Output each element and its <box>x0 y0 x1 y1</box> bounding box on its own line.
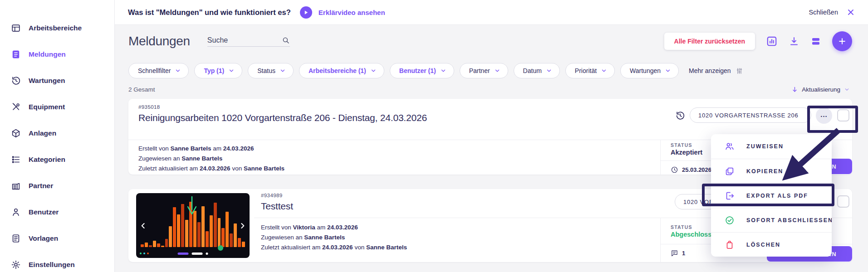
timeline-specks <box>140 253 149 254</box>
divider <box>660 140 661 175</box>
filter-chip-schnellfilter[interactable]: Schnellfilter <box>128 63 189 78</box>
sidebar-item-vorlagen[interactable]: Vorlagen <box>0 225 114 252</box>
close-banner-label[interactable]: Schließen <box>809 9 838 16</box>
sidebar-item-label: Kategorien <box>29 155 65 164</box>
clock-icon <box>671 166 678 174</box>
reset-filters-button[interactable]: Alle Filter zurücksetzen <box>664 33 755 50</box>
search-icon <box>282 36 290 44</box>
meta-assigned: Zugewiesen an Sanne Bartels <box>261 233 407 243</box>
carousel-prev-icon[interactable] <box>139 221 148 230</box>
comment-icon <box>671 249 678 257</box>
card-actions-menu: ZUWEISEN KOPIEREN EXPORT ALS PDF SOFORT … <box>711 134 832 257</box>
card-meta: Erstellt von Viktoria am 24.03.2026 Zuge… <box>261 223 407 253</box>
user-icon <box>11 207 21 217</box>
chart-view-icon[interactable] <box>766 35 778 47</box>
copy-icon <box>725 166 735 176</box>
meldungen-app: Arbeitsbereiche Meldungen Wartungen Equi… <box>0 0 868 272</box>
add-meldung-button[interactable] <box>832 31 852 51</box>
building-icon <box>11 181 21 191</box>
search-input[interactable] <box>207 36 282 44</box>
play-icon <box>304 10 309 15</box>
banner-question: Was ist "Meldungen" und wie funktioniert… <box>128 8 291 17</box>
sidebar-item-label: Arbeitsbereiche <box>29 24 82 32</box>
meta-updated: Zuletzt aktualisiert am 24.03.2026 von S… <box>138 164 284 174</box>
filter-chip-typ[interactable]: Typ (1) <box>194 63 242 78</box>
results-toolbar: 2 Gesamt Aktualisierung <box>128 84 850 94</box>
workspace-tag-pill[interactable]: 1020 VORGARTENSTRASSE 206 <box>690 107 811 123</box>
tools-icon <box>11 102 21 112</box>
sidebar-item-anlagen[interactable]: Anlagen <box>0 120 114 146</box>
history-icon[interactable] <box>675 111 685 121</box>
status-label: STATUS <box>671 142 692 148</box>
chevron-down-icon <box>844 87 850 92</box>
arrow-down-icon <box>791 86 798 93</box>
chevron-down-icon <box>228 68 235 74</box>
chevron-down-icon <box>440 68 446 74</box>
status-value: Akzeptiert <box>671 149 702 156</box>
categories-list-icon <box>11 155 21 165</box>
filter-chip-wartungen[interactable]: Wartungen <box>620 63 679 78</box>
sidebar-item-label: Einstellungen <box>29 261 75 269</box>
more-filters-control[interactable]: Mehr anzeigen <box>689 67 743 75</box>
card-checkbox[interactable] <box>837 109 849 121</box>
sidebar-item-arbeitsbereiche[interactable]: Arbeitsbereiche <box>0 15 114 41</box>
card-checkbox[interactable] <box>837 195 849 208</box>
card-actions-button[interactable]: ... <box>816 107 832 124</box>
sort-control[interactable]: Aktualisierung <box>791 86 850 93</box>
menu-item-loeschen[interactable]: LÖSCHEN <box>711 232 832 257</box>
comments-row[interactable]: 1 <box>671 249 685 257</box>
filter-chip-partner[interactable]: Partner <box>460 63 508 78</box>
watch-video-link[interactable]: Erklärvideo ansehen <box>319 9 385 16</box>
green-arrow-icon <box>186 196 198 217</box>
assign-users-icon <box>725 141 735 151</box>
sidebar-item-label: Benutzer <box>29 208 59 216</box>
due-date-row: 25.03.2026 <box>671 166 711 174</box>
play-video-button[interactable] <box>300 6 312 19</box>
sidebar-item-label: Wartungen <box>29 77 65 85</box>
template-doc-icon <box>11 233 21 243</box>
meta-assigned: Zugewiesen an Sanne Bartels <box>138 154 284 164</box>
sidebar-item-meldungen[interactable]: Meldungen <box>0 41 114 68</box>
filter-chip-arbeitsbereiche[interactable]: Arbeitsbereiche (1) <box>299 63 384 78</box>
chevron-down-icon <box>175 68 181 74</box>
filter-chip-status[interactable]: Status <box>248 63 294 78</box>
history-clock-icon <box>11 76 21 86</box>
filter-chip-datum[interactable]: Datum <box>514 63 560 78</box>
page-title: Meldungen <box>128 34 190 49</box>
meta-created: Erstellt von Viktoria am 24.03.2026 <box>261 223 407 233</box>
menu-item-zuweisen[interactable]: ZUWEISEN <box>711 134 832 159</box>
check-circle-icon <box>725 215 735 225</box>
sort-label: Aktualisierung <box>802 86 840 93</box>
page-header: Meldungen Alle Filter zurücksetzen <box>128 30 852 53</box>
sidebar-item-label: Partner <box>29 182 53 190</box>
download-icon[interactable] <box>789 36 799 47</box>
filter-chip-prioritaet[interactable]: Priorität <box>565 63 615 78</box>
sidebar-item-wartungen[interactable]: Wartungen <box>0 68 114 94</box>
card-thumbnail[interactable] <box>136 193 250 258</box>
sidebar: Arbeitsbereiche Meldungen Wartungen Equi… <box>0 0 115 272</box>
reports-icon <box>11 49 21 59</box>
list-view-icon[interactable] <box>810 36 821 47</box>
meta-updated: Zuletzt aktualisiert am 24.03.2026 von S… <box>261 243 407 253</box>
green-marker-dot <box>218 245 223 251</box>
card-id: #934989 <box>261 193 283 198</box>
carousel-next-icon[interactable] <box>238 221 247 230</box>
sidebar-item-equipment[interactable]: Equipment <box>0 94 114 120</box>
workspaces-icon <box>11 23 21 33</box>
sidebar-item-einstellungen[interactable]: Einstellungen <box>0 252 114 272</box>
sidebar-item-benutzer[interactable]: Benutzer <box>0 199 114 225</box>
plus-icon <box>838 37 847 46</box>
carousel-dots[interactable] <box>178 253 208 255</box>
menu-item-kopieren[interactable]: KOPIEREN <box>711 159 832 183</box>
menu-item-export-als-pdf[interactable]: EXPORT ALS PDF <box>711 183 832 208</box>
close-icon[interactable] <box>847 9 854 16</box>
sidebar-item-kategorien[interactable]: Kategorien <box>0 146 114 173</box>
chevron-down-icon <box>601 68 607 74</box>
chevron-down-icon <box>494 68 500 74</box>
menu-item-sofort-abschliessen[interactable]: SOFORT ABSCHLIESSEN <box>711 208 832 232</box>
sidebar-item-label: Anlagen <box>29 129 56 137</box>
sidebar-item-partner[interactable]: Partner <box>0 173 114 199</box>
cube-icon <box>11 128 21 138</box>
filter-chip-benutzer[interactable]: Benutzer (1) <box>390 63 454 78</box>
filter-bar: Schnellfilter Typ (1) Status Arbeitsbere… <box>128 63 852 79</box>
